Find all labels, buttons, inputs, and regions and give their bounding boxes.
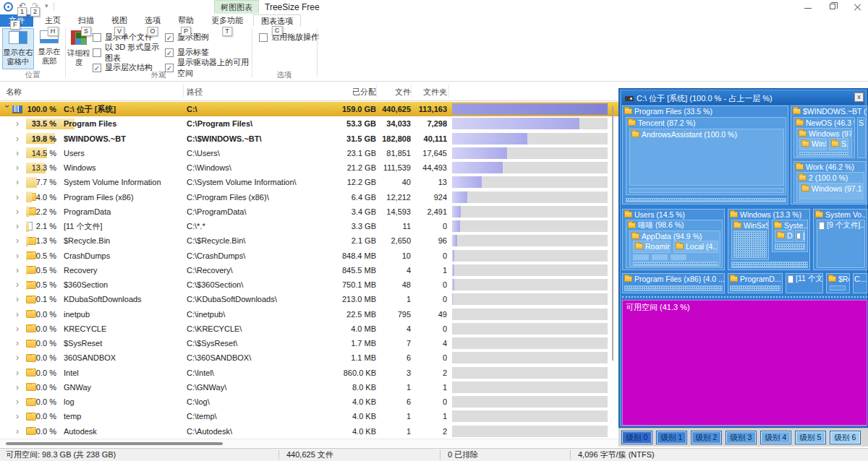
column-header-allocated[interactable]: 已分配	[304, 87, 376, 98]
quick-access-more-icon[interactable]: ▾	[45, 2, 48, 9]
treemap-box-small[interactable]	[652, 254, 668, 260]
treemap-box-c[interactable]: C...	[853, 273, 867, 293]
treemap-box-small[interactable]	[629, 188, 784, 193]
treemap-box-winsxs[interactable]: WinSxS (...	[731, 220, 769, 260]
treemap-box-recycle-bin[interactable]: $Re...	[826, 273, 850, 293]
checkbox-appearance-a-1[interactable]: 以 3D 形式显示图表	[93, 45, 165, 60]
column-header-files[interactable]: 文件	[378, 87, 411, 98]
table-row[interactable]: › 2.2 % ProgramData C:\ProgramData\ 3.4 …	[0, 204, 618, 219]
table-row[interactable]: › 0.0 % log C:\log\ 4.0 KB 6 0	[0, 395, 618, 409]
table-row[interactable]: › 0.5 % Recovery C:\Recovery\ 845.5 MB 4…	[0, 263, 618, 277]
level-button-3[interactable]: 级别 3	[726, 431, 757, 444]
checkbox-icon[interactable]	[93, 48, 101, 57]
treemap-box-s[interactable]: S...	[829, 138, 848, 150]
table-row[interactable]: › 0.0 % KRECYCLE C:\KRECYCLE\ 4.0 MB 4 0	[0, 322, 618, 336]
app-icon[interactable]	[4, 2, 13, 12]
treemap-box-file-sliver[interactable]: [	[795, 230, 805, 242]
treemap-box-work[interactable]: Work (46.2 %) 2 (100.0 %) Windows (97.1 …	[793, 161, 866, 203]
table-row[interactable]: › 7.7 % System Volume Information C:\Sys…	[0, 175, 618, 189]
treemap-box-small[interactable]	[830, 285, 846, 290]
checkbox-icon[interactable]	[165, 48, 174, 57]
show-in-right-pane-button[interactable]: 显示在右窗格中	[2, 28, 34, 69]
treemap-box-system32[interactable]: Syste... D.. [	[772, 220, 808, 252]
tab-scan[interactable]: 扫描S	[71, 14, 101, 27]
table-row[interactable]: › 100.0 % C:\ 位于 [系统] C:\ 159.0 GB 440,6…	[0, 102, 618, 116]
treemap-box-windows-bt[interactable]: $WINDOWS.~BT (19.8... NewOS (46.3 %) Win…	[791, 105, 867, 204]
treemap-label: ProgramD...	[740, 275, 781, 283]
tab-view[interactable]: 视图V	[104, 14, 135, 27]
level-button-4[interactable]: 级别 4	[760, 431, 791, 444]
treemap-box-winsxs-bt[interactable]: WinSxS (5...	[799, 138, 827, 150]
close-button[interactable]	[845, 0, 868, 14]
treemap-box-users[interactable]: Users (14.5 %) 喵喵 (98.6 %) AppData (94.9…	[622, 209, 725, 270]
checkbox-icon[interactable]	[259, 33, 268, 42]
treemap-box-windows[interactable]: Windows (13.3 %) WinSxS (... Syste... D.…	[728, 209, 810, 270]
table-row[interactable]: › 14.5 % Users C:\Users\ 23.1 GB 81,851 …	[0, 146, 618, 160]
minimize-button[interactable]	[796, 0, 820, 14]
tab-home[interactable]: 主页H	[38, 14, 68, 27]
treemap-box-miaomiao[interactable]: 喵喵 (98.6 %) AppData (94.9 %) Roamin... L…	[626, 220, 723, 268]
treemap-box-drivers[interactable]: D..	[775, 230, 793, 242]
level-button-5[interactable]: 级别 5	[795, 431, 826, 444]
table-row[interactable]: › 0.0 % GNWay C:\GNWay\ 8.0 KB 1 1	[0, 380, 618, 395]
treemap-box-work-windows[interactable]: Windows (97.1 %)	[799, 183, 863, 199]
column-header-name[interactable]: 名称	[6, 87, 22, 98]
table-row[interactable]: › 2.1 % [11 个文件] C:\*.* 3.3 GB 11 0	[0, 219, 618, 233]
table-row[interactable]: › 1.3 % $Recycle.Bin C:\$Recycle.Bin\ 2.…	[0, 233, 618, 248]
treemap-box-sliver[interactable]: S	[857, 117, 866, 158]
treemap-box-newos[interactable]: NewOS (46.3 %) Windows (97.1 %) WinSxS (…	[793, 117, 855, 158]
treemap-box-roaming[interactable]: Roamin...	[633, 241, 671, 253]
treemap-free-space[interactable]: 可用空间 (41.3 %)	[622, 300, 867, 426]
treemap-box-local[interactable]: Local (4...	[673, 241, 718, 253]
treemap-box-program-files[interactable]: Program Files (33.5 %) Tencent (87.2 %) …	[622, 105, 788, 204]
level-button-2[interactable]: 级别 2	[691, 431, 722, 444]
tab-file[interactable]: 文件F	[0, 14, 33, 27]
treemap-box-androwsassistant[interactable]: AndrowsAssistant (100.0 %)	[629, 129, 784, 186]
treemap-box-program-files-x86[interactable]: Program Files (x86) (4.0 ...	[622, 273, 725, 293]
treemap-close-button[interactable]: x	[854, 92, 864, 102]
tab-options[interactable]: 选项O	[137, 14, 168, 27]
treemap-box-small[interactable]	[633, 254, 649, 260]
size-bar-track	[452, 118, 608, 129]
level-button-6[interactable]: 级别 6	[830, 431, 861, 444]
treemap-box-newos-windows[interactable]: Windows (97.1 %) WinSxS (5... S...	[796, 128, 852, 157]
checkbox-options-0[interactable]: 启用拖放操作	[259, 30, 339, 45]
treemap-box-11-files[interactable]: [11 个文件...	[786, 273, 823, 293]
table-row[interactable]: › 0.0 % Intel C:\Intel\ 860.0 KB 3 2	[0, 366, 618, 380]
table-row[interactable]: › 0.1 % KDubaSoftDownloads C:\KDubaSoftD…	[0, 292, 618, 306]
treemap-box-system-volume[interactable]: System Vo... [9 个文件]...	[813, 209, 867, 270]
table-row[interactable]: › 0.5 % $360Section C:\$360Section\ 750.…	[0, 277, 618, 292]
treemap-box-9-files[interactable]: [9 个文件]...	[817, 220, 865, 268]
level-button-1[interactable]: 级别 1	[656, 431, 687, 444]
table-row[interactable]: › 19.8 % $WINDOWS.~BT C:\$WINDOWS.~BT\ 3…	[0, 132, 618, 146]
tab-chart-options[interactable]: 图表选项C	[253, 14, 301, 27]
checkbox-appearance-b-0[interactable]: 显示图例	[165, 30, 255, 45]
table-row[interactable]: › 0.0 % Autodesk C:\Autodesk\ 4.0 KB 1 2	[0, 424, 618, 439]
level-button-0[interactable]: 级别 0	[621, 431, 652, 444]
tab-more-features[interactable]: 更多功能T	[204, 14, 250, 27]
treemap-label: NewOS (46.3 %)	[806, 119, 854, 127]
table-row[interactable]: › 0.0 % temp C:\temp\ 4.0 KB 1 1	[0, 409, 618, 423]
table-row[interactable]: › 13.3 % Windows C:\Windows\ 21.2 GB 111…	[0, 160, 618, 175]
column-header-path[interactable]: 路径	[187, 87, 203, 98]
checkbox-icon[interactable]	[93, 33, 101, 42]
treemap-box-appdata[interactable]: AppData (94.9 %) Roamin... Local (4...	[629, 231, 720, 267]
table-row[interactable]: › 0.0 % inetpub C:\inetpub\ 22.5 MB 795 …	[0, 307, 618, 322]
treemap-box-small[interactable]	[671, 254, 686, 260]
tab-help[interactable]: 帮助P	[171, 14, 201, 27]
table-row[interactable]: › 0.5 % CrashDumps C:\CrashDumps\ 848.4 …	[0, 249, 618, 263]
treemap-box-programdata[interactable]: ProgramD...	[728, 273, 783, 293]
treemap-box-work-2[interactable]: 2 (100.0 %) Windows (97.1 %)	[796, 172, 864, 202]
checkbox-icon[interactable]	[165, 33, 174, 42]
table-row[interactable]: › 4.0 % Program Files (x86) C:\Program F…	[0, 190, 618, 204]
table-row[interactable]: › 0.0 % $SysReset C:\$SysReset\ 1.7 MB 7…	[0, 336, 618, 350]
restore-button[interactable]	[820, 0, 845, 14]
table-row[interactable]: › 0.0 % 360SANDBOX C:\360SANDBOX\ 1.1 MB…	[0, 350, 618, 365]
file-count: 1	[378, 424, 411, 439]
horizontal-scrollbar[interactable]	[0, 439, 618, 447]
treemap-box-tencent[interactable]: Tencent (87.2 %) AndrowsAssistant (100.0…	[626, 117, 786, 195]
table-row[interactable]: › 33.5 % Program Files C:\Program Files\…	[0, 116, 618, 131]
column-header-folders[interactable]: 文件夹	[412, 87, 447, 98]
vertical-scrollbar[interactable]	[611, 103, 614, 439]
folder-name: temp	[64, 409, 183, 423]
